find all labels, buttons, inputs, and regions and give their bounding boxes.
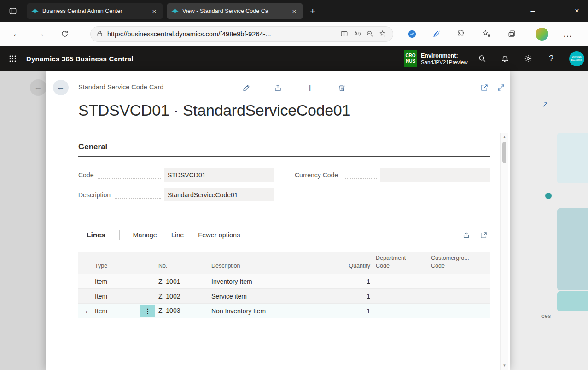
url-text[interactable]: https://businesscentral.dynamics.com/f49… — [107, 30, 338, 38]
table-row[interactable]: Item Z_1002 Service item 1 — [78, 289, 490, 304]
cell-description[interactable]: Service item — [210, 289, 332, 303]
forward-button[interactable]: → — [32, 26, 49, 42]
user-avatar[interactable]: Demo15 BC Admin — [569, 51, 584, 66]
menu-item-line[interactable]: Line — [171, 231, 184, 239]
scrollbar-thumb[interactable] — [502, 142, 506, 163]
browser-menu-button[interactable]: … — [561, 27, 575, 41]
table-row[interactable]: Item Z_1001 Inventory Item 1 — [78, 274, 490, 289]
window-close-button[interactable]: × — [566, 0, 588, 22]
column-header-customer-group-code[interactable]: Customergro... Code — [429, 252, 490, 274]
column-header-menu — [140, 252, 157, 274]
cell-customer-group-code[interactable] — [429, 274, 490, 288]
waffle-icon — [8, 54, 17, 63]
extensions-button[interactable] — [454, 27, 468, 41]
column-header-description[interactable]: Description — [210, 252, 332, 274]
expand-button[interactable] — [494, 80, 508, 95]
cell-department-code[interactable] — [374, 289, 429, 303]
new-tab-button[interactable]: + — [310, 6, 315, 17]
cell-quantity[interactable]: 1 — [332, 304, 374, 318]
window-controls: – × — [522, 0, 588, 22]
favorites-button[interactable] — [480, 27, 494, 41]
browser-tab-strip: Business Central Admin Center × View - S… — [0, 0, 588, 22]
cell-department-code[interactable] — [374, 304, 429, 318]
cell-description[interactable]: Inventory Item — [210, 274, 332, 288]
zoom-button[interactable] — [363, 28, 376, 41]
browser-essentials-icon — [407, 29, 417, 39]
new-record-button[interactable]: + — [303, 80, 317, 95]
company-badge[interactable]: CRO NUS — [404, 50, 417, 67]
column-header-department-code[interactable]: Department Code — [374, 252, 429, 274]
label-dots — [98, 171, 161, 179]
lock-icon[interactable] — [96, 30, 103, 37]
row-context-menu-button[interactable]: ⋮ — [140, 305, 155, 317]
field-label: Description — [78, 191, 111, 199]
back-button[interactable]: ← — [8, 26, 25, 42]
read-aloud-button[interactable] — [350, 28, 363, 41]
company-badge-line2: NUS — [406, 59, 415, 65]
cell-no-editing[interactable]: Z_1003 — [157, 304, 210, 318]
profile-button[interactable] — [535, 27, 549, 41]
cell-no[interactable]: Z_1001 — [157, 274, 210, 288]
cell-department-code[interactable] — [374, 274, 429, 288]
content-area: ← ces ← Standard Service Code Card — [0, 71, 588, 370]
address-bar[interactable]: https://businesscentral.dynamics.com/f49… — [90, 26, 393, 42]
cell-type-active[interactable]: Item — [92, 304, 140, 318]
cell-quantity[interactable]: 1 — [332, 289, 374, 303]
browser-essentials-button[interactable] — [405, 27, 419, 41]
menu-item-manage[interactable]: Manage — [133, 231, 157, 239]
cell-description[interactable]: Non Inventory Item — [210, 304, 332, 318]
tab-actions-menu-button[interactable] — [7, 5, 19, 17]
add-favorite-button[interactable] — [376, 28, 389, 41]
split-screen-button[interactable] — [338, 28, 350, 41]
favorites-star-icon — [483, 29, 491, 38]
browser-tab-admin-center[interactable]: Business Central Admin Center × — [27, 3, 163, 19]
delete-button[interactable] — [334, 80, 349, 95]
scroll-up-icon[interactable]: ▲ — [501, 135, 508, 139]
vertical-scrollbar[interactable]: ▲ ▼ — [500, 133, 508, 370]
lines-share-button[interactable] — [459, 228, 473, 242]
cell-type[interactable]: Item — [92, 289, 140, 303]
browser-tab-active[interactable]: View - Standard Service Code Ca × — [167, 3, 303, 19]
card-back-button[interactable]: ← — [53, 80, 69, 95]
notifications-button[interactable] — [494, 54, 517, 63]
column-header-no[interactable]: No. — [157, 252, 210, 274]
app-title[interactable]: Dynamics 365 Business Central — [26, 55, 134, 63]
app-launcher-button[interactable] — [8, 54, 17, 63]
help-button[interactable]: ? — [540, 54, 563, 64]
table-row-selected[interactable]: → Item ⋮ Z_1003 Non Inventory Item 1 — [78, 304, 490, 318]
column-header-type[interactable]: Type — [92, 252, 140, 274]
menu-item-fewer-options[interactable]: Fewer options — [198, 231, 240, 239]
window-minimize-button[interactable]: – — [522, 0, 544, 22]
page-title: STDSVCD01 · StandardServiceCode01 — [78, 101, 350, 119]
column-header-quantity[interactable]: Quantity — [332, 252, 374, 274]
tab-close-icon[interactable]: × — [150, 7, 158, 15]
lines-open-in-window-button[interactable] — [477, 228, 490, 242]
edit-button[interactable] — [239, 80, 254, 95]
tab-close-icon[interactable]: × — [290, 7, 298, 15]
cell-customer-group-code[interactable] — [429, 289, 490, 303]
description-field[interactable]: StandardServiceCode01 — [164, 188, 274, 201]
scroll-down-icon[interactable]: ▼ — [501, 364, 508, 368]
code-field-label-row: Code — [78, 168, 164, 182]
window-maximize-button[interactable] — [544, 0, 566, 22]
code-field[interactable]: STDSVCD01 — [164, 168, 274, 182]
editor-extension-button[interactable] — [429, 27, 443, 41]
cell-no[interactable]: Z_1002 — [157, 289, 210, 303]
general-section-heading[interactable]: General — [78, 142, 490, 157]
open-in-new-window-button[interactable] — [477, 80, 492, 95]
settings-button[interactable] — [517, 54, 540, 63]
refresh-button[interactable] — [56, 26, 73, 42]
background-page-fragment: ces — [510, 71, 588, 370]
share-icon — [274, 83, 282, 92]
environment-info: Environment: SandJPV21Preview — [421, 53, 471, 65]
share-button[interactable] — [270, 80, 285, 95]
currency-code-field[interactable] — [380, 168, 490, 182]
collections-button[interactable] — [505, 27, 518, 41]
cell-customer-group-code[interactable] — [429, 304, 490, 318]
cell-type[interactable]: Item — [92, 274, 140, 288]
lines-table-header: Type No. Description Quantity Department… — [78, 252, 490, 274]
environment-label: Environment: — [421, 53, 471, 59]
search-button[interactable] — [471, 54, 494, 63]
cell-quantity[interactable]: 1 — [332, 274, 374, 288]
background-chart-fragment — [557, 133, 588, 183]
